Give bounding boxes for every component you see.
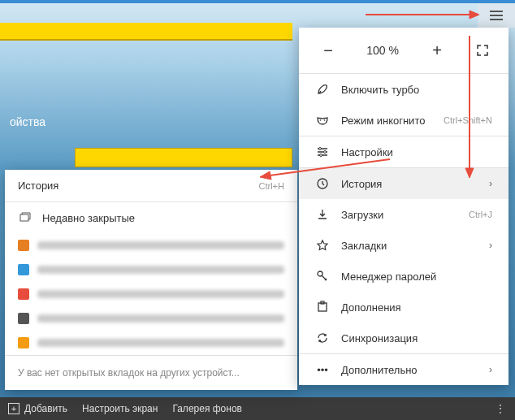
plus-icon: + [8,403,19,414]
zoom-out-button[interactable]: − [315,41,341,60]
chevron-right-icon: › [489,364,492,375]
menu-label: Дополнения [341,301,492,314]
menu-label: Менеджер паролей [341,271,492,283]
bottom-more[interactable]: ⋮ [496,403,507,414]
bottom-screen[interactable]: Настроить экран [82,403,158,414]
zoom-value: 100 % [348,44,418,57]
top-yellow-bar [0,23,292,41]
menu-label: Режим инкогнито [341,115,444,127]
bottom-screen-label: Настроить экран [82,403,158,414]
zoom-row: − 100 % + [299,28,509,73]
menu-downloads[interactable]: Загрузки Ctrl+J [299,199,509,230]
history-footer-text: У вас нет открытых вкладок на других уст… [5,355,297,390]
rocket-icon [315,82,330,97]
svg-point-2 [319,148,322,150]
menu-sync[interactable]: Синхронизация [299,323,509,353]
menu-label: Закладки [341,240,483,252]
svg-point-4 [320,154,322,157]
sync-icon [315,331,330,345]
menu-shortcut: Ctrl+Shift+N [444,115,492,125]
menu-label: Синхронизация [341,332,492,344]
history-entry[interactable] [5,233,297,258]
menu-bookmarks[interactable]: Закладки › [299,230,509,261]
recently-closed-label: Недавно закрытые [42,212,135,224]
clock-icon [315,176,330,191]
background-text: ойства [10,115,45,128]
bottom-add-label: Добавить [24,403,67,414]
fullscreen-button[interactable] [473,41,492,60]
svg-point-1 [324,119,326,121]
tabs-icon [18,210,32,225]
yellow-widget [75,148,292,167]
menu-label: Загрузки [341,209,469,221]
menu-turbo[interactable]: Включить турбо [299,74,509,105]
hamburger-button[interactable] [478,3,515,28]
dots-icon: ••• [315,362,330,377]
bottom-backgrounds[interactable]: Галерея фонов [172,403,242,414]
menu-more[interactable]: ••• Дополнительно › [299,354,509,385]
menu-incognito[interactable]: Режим инкогнито Ctrl+Shift+N [299,105,509,136]
menu-shortcut: Ctrl+J [469,210,492,219]
history-panel: История Ctrl+H Недавно закрытые У вас не… [5,170,297,390]
hamburger-icon [490,11,503,20]
history-entry[interactable] [5,282,297,306]
zoom-in-button[interactable]: + [424,41,450,60]
bottom-add[interactable]: + Добавить [8,403,67,414]
star-icon [315,238,330,253]
main-menu: − 100 % + Включить турбо Режим инкогнито… [299,28,509,385]
recently-closed-section[interactable]: Недавно закрытые [5,202,297,233]
svg-rect-9 [20,214,28,221]
svg-point-0 [320,119,322,121]
mask-icon [315,113,330,128]
menu-passwords[interactable]: Менеджер паролей [299,261,509,292]
history-entry[interactable] [5,258,297,282]
svg-point-3 [324,151,327,154]
chevron-right-icon: › [489,240,492,251]
bottom-bar: + Добавить Настроить экран Галерея фонов… [0,397,515,420]
bottom-backgrounds-label: Галерея фонов [172,403,242,414]
history-entry[interactable] [5,306,297,331]
history-header[interactable]: История Ctrl+H [5,170,297,202]
sliders-icon [315,145,330,159]
addons-icon [315,300,330,314]
menu-label: Настройки [341,146,492,158]
history-title: История [18,180,259,192]
menu-label: История [341,178,483,190]
menu-settings[interactable]: Настройки [299,136,509,167]
history-entry[interactable] [5,331,297,355]
menu-addons[interactable]: Дополнения [299,292,509,323]
fullscreen-icon [477,45,488,56]
history-shortcut: Ctrl+H [259,181,284,191]
menu-label: Включить турбо [341,84,492,96]
menu-label: Дополнительно [341,364,483,376]
download-icon [315,207,330,222]
annotation-arrow [366,8,479,21]
menu-history[interactable]: История › [299,168,509,199]
chevron-right-icon: › [489,178,492,189]
key-icon [315,269,330,284]
